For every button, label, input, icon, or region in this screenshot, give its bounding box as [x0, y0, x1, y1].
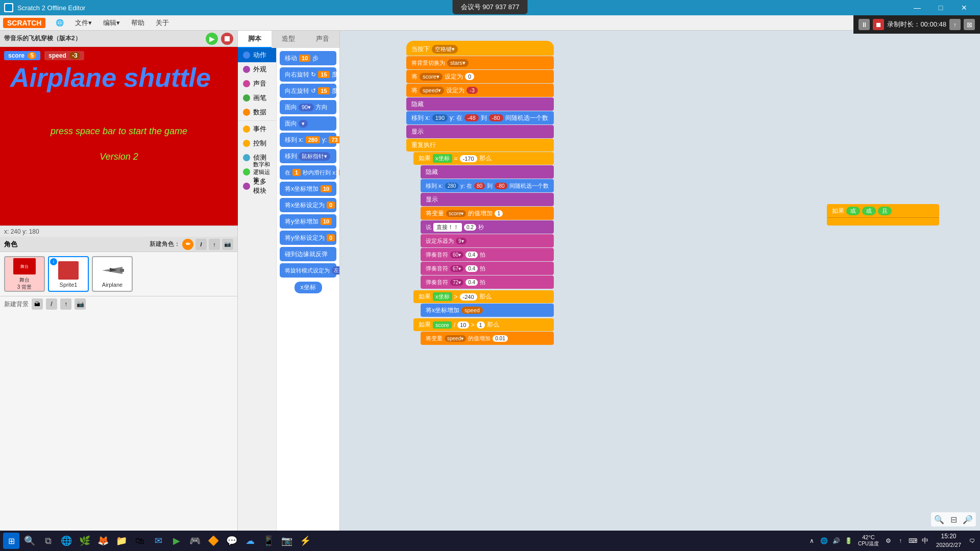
cat-control[interactable]: 控制	[238, 136, 276, 151]
sprite-item-stage[interactable]: 舞台 舞台3 背景	[4, 256, 45, 292]
mail-icon[interactable]: ✉	[150, 533, 166, 549]
block-glide[interactable]: 在 1 秒内滑行到 x: 280 y:	[280, 165, 336, 180]
block-if-xright[interactable]: 如果 x坐标 > -240 那么	[413, 290, 554, 303]
block-repeat[interactable]: 重复执行	[406, 139, 554, 152]
block-set-instrument[interactable]: 设定乐器为 9▾	[421, 234, 554, 247]
system-clock[interactable]: 15:20 2020/2/27	[932, 532, 965, 549]
block-hide2[interactable]: 隐藏	[421, 165, 554, 179]
block-change-speed[interactable]: 将变量 speed▾ 的值增加 0.01	[421, 332, 554, 345]
stop-button[interactable]: ⏹	[873, 19, 884, 30]
systray-network[interactable]: 🌐	[819, 536, 829, 546]
share-button[interactable]: ↑	[949, 19, 961, 30]
block-change-x2[interactable]: 将x坐标增加 speed	[421, 304, 554, 317]
block-turn-right[interactable]: 向右旋转 ↻ 15 度	[280, 67, 336, 82]
search-icon[interactable]: 🔍	[21, 533, 38, 549]
tab-costume[interactable]: 造型	[272, 31, 305, 48]
block-show2[interactable]: 显示	[421, 193, 554, 206]
systray-battery[interactable]: 🔋	[844, 536, 854, 546]
menu-globe[interactable]: 🌐	[51, 17, 69, 29]
media-icon[interactable]: ▶	[168, 533, 185, 549]
import-sprite-tool[interactable]: ↑	[209, 239, 220, 250]
menu-file[interactable]: 文件▾	[70, 16, 97, 30]
systray-arrow[interactable]: ↑	[895, 536, 905, 546]
systray-settings[interactable]: ⚙	[883, 536, 893, 546]
block-face-direction[interactable]: 面向 90▾ 方向	[280, 100, 336, 114]
app-icon2[interactable]: 🔶	[205, 533, 222, 549]
cat-more[interactable]: 更多模块	[238, 179, 276, 193]
menu-edit[interactable]: 编辑▾	[98, 16, 125, 30]
store-icon[interactable]: 🛍	[132, 533, 148, 549]
code-icon[interactable]: ⚡	[297, 533, 313, 549]
close-button[interactable]: ✕	[952, 0, 976, 15]
block-move[interactable]: 移动 10 步	[280, 51, 336, 65]
block-say[interactable]: 说 直接！！ 0.2 秒	[421, 220, 554, 234]
block-goto[interactable]: 移到 鼠标指针▾	[280, 149, 336, 163]
block-goto-rand[interactable]: 移到 x: 280 y: 在 80 到 -80 间随机选一个数	[421, 179, 554, 192]
block-if-score[interactable]: 如果 score / 10 > 1 那么	[413, 318, 554, 331]
block-x-coord-pill[interactable]: x坐标	[280, 282, 336, 293]
cat-looks[interactable]: 外观	[238, 62, 276, 77]
explorer-icon[interactable]: 📁	[113, 533, 130, 549]
cat-motion[interactable]: 动作	[238, 48, 276, 62]
camera-task-icon[interactable]: 📷	[279, 533, 295, 549]
edit-sprite-tool[interactable]: /	[195, 239, 207, 250]
browser3-icon[interactable]: 🦊	[95, 533, 111, 549]
phone-icon[interactable]: 📱	[260, 533, 277, 549]
block-play-note2[interactable]: 弹奏音符 67▾ 0.4 拍	[421, 262, 554, 275]
block-change-x[interactable]: 将x坐标增加 10	[280, 182, 336, 196]
block-turn-left[interactable]: 向左旋转 ↺ 15 度	[280, 84, 336, 98]
pause-button[interactable]: ⏸	[859, 19, 870, 30]
bg-edit-tool[interactable]: /	[46, 298, 57, 310]
wechat-icon[interactable]: 💬	[224, 533, 240, 549]
bg-camera-tool[interactable]: 📷	[75, 298, 86, 310]
block-rotation-style[interactable]: 将旋转模式设定为 左-右翻转▾	[280, 263, 336, 278]
start-button[interactable]: ⊞	[3, 533, 19, 549]
systray-keyboard[interactable]: ⌨	[908, 536, 918, 546]
cat-data[interactable]: 数据	[238, 105, 276, 119]
zoom-reset-button[interactable]: ⊟	[947, 513, 960, 525]
block-face-toward[interactable]: 面向 ▾	[280, 116, 336, 131]
bg-paint-tool[interactable]: 🏔	[32, 298, 43, 310]
menu-help[interactable]: 帮助	[126, 16, 150, 30]
systray-ime-zh[interactable]: 中	[920, 536, 930, 546]
block-bounce[interactable]: 碰到边缘就反弹	[280, 247, 336, 261]
cat-events[interactable]: 事件	[238, 122, 276, 136]
maximize-button[interactable]: □	[929, 0, 952, 15]
tab-scripts[interactable]: 脚本	[238, 31, 272, 48]
block-switch-backdrop[interactable]: 将背景切换为 stars▾	[406, 56, 554, 69]
sprite-item-sprite1[interactable]: i Sprite1	[48, 256, 89, 292]
minimize-button[interactable]: —	[905, 0, 929, 15]
block-show[interactable]: 显示	[406, 125, 554, 138]
block-change-score[interactable]: 将变量 score▾ 的值增加 1	[421, 207, 554, 220]
zoom-out-button[interactable]: 🔎	[962, 513, 974, 525]
systray-sound[interactable]: 🔊	[831, 536, 842, 546]
notification-button[interactable]: 🗨	[967, 538, 977, 544]
rec-expand[interactable]: ⊠	[964, 19, 975, 30]
edge-icon[interactable]: 🌐	[58, 533, 75, 549]
bg-upload-tool[interactable]: ↑	[60, 298, 71, 310]
block-goto-xy-2[interactable]: 移到 x: 190 y: 在 -48 到 -80 间随机选一个数	[406, 111, 554, 124]
cat-sound[interactable]: 声音	[238, 77, 276, 91]
block-set-y[interactable]: 将y坐标设定为 0	[280, 231, 336, 245]
stop-button-stage[interactable]	[221, 33, 233, 45]
block-change-y[interactable]: 将y坐标增加 10	[280, 214, 336, 229]
block-set-score[interactable]: 将 score▾ 设定为 0	[406, 70, 554, 83]
sprite1-info[interactable]: i	[50, 258, 57, 265]
browser2-icon[interactable]: 🌿	[77, 533, 93, 549]
block-play-note1[interactable]: 弹奏音符 60▾ 0.4 拍	[421, 248, 554, 261]
paint-sprite-tool[interactable]: ✏	[182, 239, 193, 250]
scripts-canvas[interactable]: 当按下 空格键▾ 将背景切换为 stars▾ 将 score▾ 设定为 0 将 …	[340, 31, 980, 531]
block-set-speed[interactable]: 将 speed▾ 设定为 -3	[406, 84, 554, 97]
block-set-x[interactable]: 将x坐标设定为 0	[280, 198, 336, 212]
block-goto-xy[interactable]: 移到 x: 280 y: 73	[280, 133, 336, 147]
block-play-note3[interactable]: 弹奏音符 72▾ 0.4 拍	[421, 276, 554, 289]
game-icon[interactable]: 🎮	[187, 533, 203, 549]
taskview-icon[interactable]: ⧉	[40, 533, 56, 549]
cloud-icon[interactable]: ☁	[242, 533, 258, 549]
cat-pen[interactable]: 画笔	[238, 91, 276, 105]
camera-sprite-tool[interactable]: 📷	[222, 239, 233, 250]
block-if-xleft[interactable]: 如果 x坐标 = -170 那么	[413, 152, 554, 165]
tab-sound[interactable]: 声音	[306, 31, 339, 48]
block-when-key[interactable]: 当按下 空格键▾	[406, 41, 554, 56]
systray-expand[interactable]: ∧	[807, 536, 817, 546]
